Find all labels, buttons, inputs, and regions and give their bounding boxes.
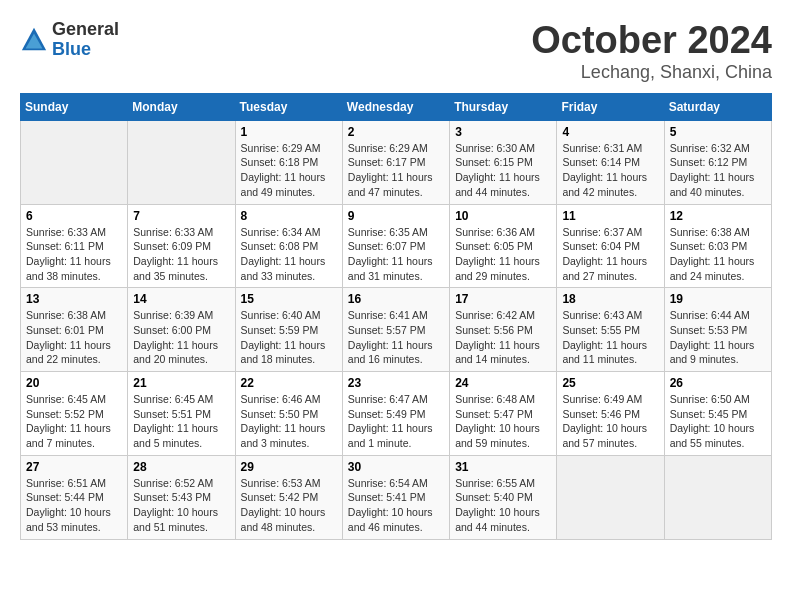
- day-info: Sunrise: 6:52 AM Sunset: 5:43 PM Dayligh…: [133, 476, 229, 535]
- calendar-cell: 1Sunrise: 6:29 AM Sunset: 6:18 PM Daylig…: [235, 120, 342, 204]
- day-number: 25: [562, 376, 658, 390]
- calendar-week-row: 6Sunrise: 6:33 AM Sunset: 6:11 PM Daylig…: [21, 204, 772, 288]
- day-number: 19: [670, 292, 766, 306]
- calendar-cell: 15Sunrise: 6:40 AM Sunset: 5:59 PM Dayli…: [235, 288, 342, 372]
- calendar-cell: 21Sunrise: 6:45 AM Sunset: 5:51 PM Dayli…: [128, 372, 235, 456]
- day-info: Sunrise: 6:30 AM Sunset: 6:15 PM Dayligh…: [455, 141, 551, 200]
- day-number: 3: [455, 125, 551, 139]
- calendar-cell: 2Sunrise: 6:29 AM Sunset: 6:17 PM Daylig…: [342, 120, 449, 204]
- month-title: October 2024: [531, 20, 772, 62]
- day-number: 10: [455, 209, 551, 223]
- calendar-cell: 28Sunrise: 6:52 AM Sunset: 5:43 PM Dayli…: [128, 455, 235, 539]
- day-number: 24: [455, 376, 551, 390]
- day-number: 13: [26, 292, 122, 306]
- day-info: Sunrise: 6:45 AM Sunset: 5:51 PM Dayligh…: [133, 392, 229, 451]
- calendar-cell: 31Sunrise: 6:55 AM Sunset: 5:40 PM Dayli…: [450, 455, 557, 539]
- calendar-cell: 30Sunrise: 6:54 AM Sunset: 5:41 PM Dayli…: [342, 455, 449, 539]
- calendar-cell: 29Sunrise: 6:53 AM Sunset: 5:42 PM Dayli…: [235, 455, 342, 539]
- day-number: 9: [348, 209, 444, 223]
- calendar-cell: 23Sunrise: 6:47 AM Sunset: 5:49 PM Dayli…: [342, 372, 449, 456]
- day-info: Sunrise: 6:35 AM Sunset: 6:07 PM Dayligh…: [348, 225, 444, 284]
- day-info: Sunrise: 6:45 AM Sunset: 5:52 PM Dayligh…: [26, 392, 122, 451]
- weekday-header: Friday: [557, 93, 664, 120]
- day-number: 31: [455, 460, 551, 474]
- day-number: 18: [562, 292, 658, 306]
- day-number: 26: [670, 376, 766, 390]
- day-info: Sunrise: 6:51 AM Sunset: 5:44 PM Dayligh…: [26, 476, 122, 535]
- day-number: 14: [133, 292, 229, 306]
- day-number: 23: [348, 376, 444, 390]
- day-number: 12: [670, 209, 766, 223]
- day-number: 22: [241, 376, 337, 390]
- day-number: 30: [348, 460, 444, 474]
- logo-blue: Blue: [52, 40, 119, 60]
- calendar-week-row: 1Sunrise: 6:29 AM Sunset: 6:18 PM Daylig…: [21, 120, 772, 204]
- day-number: 21: [133, 376, 229, 390]
- calendar-week-row: 13Sunrise: 6:38 AM Sunset: 6:01 PM Dayli…: [21, 288, 772, 372]
- calendar-cell: 17Sunrise: 6:42 AM Sunset: 5:56 PM Dayli…: [450, 288, 557, 372]
- day-info: Sunrise: 6:32 AM Sunset: 6:12 PM Dayligh…: [670, 141, 766, 200]
- calendar-week-row: 27Sunrise: 6:51 AM Sunset: 5:44 PM Dayli…: [21, 455, 772, 539]
- day-number: 16: [348, 292, 444, 306]
- calendar-cell: 3Sunrise: 6:30 AM Sunset: 6:15 PM Daylig…: [450, 120, 557, 204]
- day-info: Sunrise: 6:31 AM Sunset: 6:14 PM Dayligh…: [562, 141, 658, 200]
- day-info: Sunrise: 6:44 AM Sunset: 5:53 PM Dayligh…: [670, 308, 766, 367]
- calendar-cell: [557, 455, 664, 539]
- calendar-cell: 22Sunrise: 6:46 AM Sunset: 5:50 PM Dayli…: [235, 372, 342, 456]
- day-info: Sunrise: 6:47 AM Sunset: 5:49 PM Dayligh…: [348, 392, 444, 451]
- day-info: Sunrise: 6:43 AM Sunset: 5:55 PM Dayligh…: [562, 308, 658, 367]
- day-number: 4: [562, 125, 658, 139]
- calendar-week-row: 20Sunrise: 6:45 AM Sunset: 5:52 PM Dayli…: [21, 372, 772, 456]
- location-title: Lechang, Shanxi, China: [531, 62, 772, 83]
- calendar-cell: 27Sunrise: 6:51 AM Sunset: 5:44 PM Dayli…: [21, 455, 128, 539]
- day-info: Sunrise: 6:34 AM Sunset: 6:08 PM Dayligh…: [241, 225, 337, 284]
- page-header: General Blue October 2024 Lechang, Shanx…: [20, 20, 772, 83]
- calendar-cell: 4Sunrise: 6:31 AM Sunset: 6:14 PM Daylig…: [557, 120, 664, 204]
- day-info: Sunrise: 6:41 AM Sunset: 5:57 PM Dayligh…: [348, 308, 444, 367]
- day-number: 28: [133, 460, 229, 474]
- day-info: Sunrise: 6:29 AM Sunset: 6:18 PM Dayligh…: [241, 141, 337, 200]
- calendar-cell: 9Sunrise: 6:35 AM Sunset: 6:07 PM Daylig…: [342, 204, 449, 288]
- day-number: 1: [241, 125, 337, 139]
- title-block: October 2024 Lechang, Shanxi, China: [531, 20, 772, 83]
- day-info: Sunrise: 6:33 AM Sunset: 6:11 PM Dayligh…: [26, 225, 122, 284]
- day-info: Sunrise: 6:36 AM Sunset: 6:05 PM Dayligh…: [455, 225, 551, 284]
- calendar-cell: 16Sunrise: 6:41 AM Sunset: 5:57 PM Dayli…: [342, 288, 449, 372]
- calendar-cell: 20Sunrise: 6:45 AM Sunset: 5:52 PM Dayli…: [21, 372, 128, 456]
- calendar-cell: 11Sunrise: 6:37 AM Sunset: 6:04 PM Dayli…: [557, 204, 664, 288]
- day-info: Sunrise: 6:46 AM Sunset: 5:50 PM Dayligh…: [241, 392, 337, 451]
- logo-text: General Blue: [52, 20, 119, 60]
- day-info: Sunrise: 6:29 AM Sunset: 6:17 PM Dayligh…: [348, 141, 444, 200]
- day-info: Sunrise: 6:38 AM Sunset: 6:01 PM Dayligh…: [26, 308, 122, 367]
- day-number: 20: [26, 376, 122, 390]
- weekday-header: Thursday: [450, 93, 557, 120]
- day-info: Sunrise: 6:33 AM Sunset: 6:09 PM Dayligh…: [133, 225, 229, 284]
- day-info: Sunrise: 6:38 AM Sunset: 6:03 PM Dayligh…: [670, 225, 766, 284]
- calendar-cell: 24Sunrise: 6:48 AM Sunset: 5:47 PM Dayli…: [450, 372, 557, 456]
- calendar-cell: 5Sunrise: 6:32 AM Sunset: 6:12 PM Daylig…: [664, 120, 771, 204]
- logo: General Blue: [20, 20, 119, 60]
- weekday-header: Saturday: [664, 93, 771, 120]
- logo-icon: [20, 26, 48, 54]
- calendar-header-row: SundayMondayTuesdayWednesdayThursdayFrid…: [21, 93, 772, 120]
- day-number: 27: [26, 460, 122, 474]
- day-info: Sunrise: 6:37 AM Sunset: 6:04 PM Dayligh…: [562, 225, 658, 284]
- day-number: 11: [562, 209, 658, 223]
- calendar-cell: 25Sunrise: 6:49 AM Sunset: 5:46 PM Dayli…: [557, 372, 664, 456]
- logo-general: General: [52, 20, 119, 40]
- day-number: 5: [670, 125, 766, 139]
- day-info: Sunrise: 6:42 AM Sunset: 5:56 PM Dayligh…: [455, 308, 551, 367]
- calendar-table: SundayMondayTuesdayWednesdayThursdayFrid…: [20, 93, 772, 540]
- day-number: 7: [133, 209, 229, 223]
- weekday-header: Monday: [128, 93, 235, 120]
- calendar-cell: [21, 120, 128, 204]
- day-info: Sunrise: 6:54 AM Sunset: 5:41 PM Dayligh…: [348, 476, 444, 535]
- day-info: Sunrise: 6:39 AM Sunset: 6:00 PM Dayligh…: [133, 308, 229, 367]
- calendar-cell: 6Sunrise: 6:33 AM Sunset: 6:11 PM Daylig…: [21, 204, 128, 288]
- calendar-cell: [664, 455, 771, 539]
- day-number: 17: [455, 292, 551, 306]
- day-info: Sunrise: 6:40 AM Sunset: 5:59 PM Dayligh…: [241, 308, 337, 367]
- calendar-cell: 14Sunrise: 6:39 AM Sunset: 6:00 PM Dayli…: [128, 288, 235, 372]
- weekday-header: Tuesday: [235, 93, 342, 120]
- calendar-cell: [128, 120, 235, 204]
